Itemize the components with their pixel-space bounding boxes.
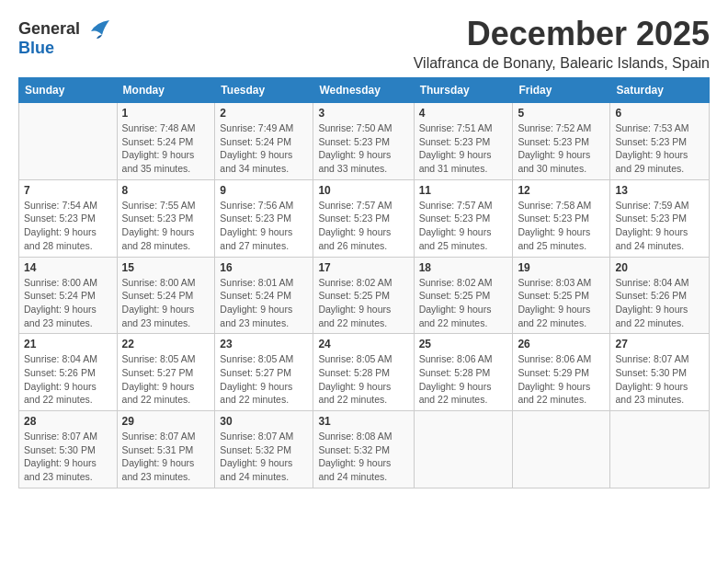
week-row-1: 1Sunrise: 7:48 AM Sunset: 5:24 PM Daylig… — [19, 103, 710, 180]
column-header-saturday: Saturday — [610, 78, 710, 103]
calendar-cell: 14Sunrise: 8:00 AM Sunset: 5:24 PM Dayli… — [19, 257, 118, 334]
calendar-cell: 11Sunrise: 7:57 AM Sunset: 5:23 PM Dayli… — [414, 179, 513, 257]
column-header-thursday: Thursday — [414, 78, 513, 103]
calendar-cell: 4Sunrise: 7:51 AM Sunset: 5:23 PM Daylig… — [414, 103, 513, 180]
cell-info: Sunrise: 7:50 AM Sunset: 5:23 PM Dayligh… — [318, 121, 408, 176]
calendar-cell: 10Sunrise: 7:57 AM Sunset: 5:23 PM Dayli… — [313, 179, 414, 257]
calendar-cell: 13Sunrise: 7:59 AM Sunset: 5:23 PM Dayli… — [610, 179, 710, 257]
calendar-cell: 20Sunrise: 8:04 AM Sunset: 5:26 PM Dayli… — [610, 257, 710, 334]
day-number: 28 — [24, 415, 112, 428]
calendar-cell: 6Sunrise: 7:53 AM Sunset: 5:23 PM Daylig… — [610, 103, 710, 180]
cell-info: Sunrise: 8:07 AM Sunset: 5:31 PM Dayligh… — [122, 430, 210, 484]
cell-info: Sunrise: 8:07 AM Sunset: 5:32 PM Dayligh… — [220, 430, 308, 484]
day-number: 1 — [122, 107, 210, 120]
title-section: December 2025 Vilafranca de Bonany, Bale… — [414, 15, 710, 72]
calendar-cell — [414, 411, 513, 488]
calendar-cell: 29Sunrise: 8:07 AM Sunset: 5:31 PM Dayli… — [117, 411, 215, 488]
cell-info: Sunrise: 8:03 AM Sunset: 5:25 PM Dayligh… — [518, 276, 605, 330]
calendar-cell: 31Sunrise: 8:08 AM Sunset: 5:32 PM Dayli… — [313, 411, 414, 488]
calendar-table: SundayMondayTuesdayWednesdayThursdayFrid… — [18, 77, 710, 488]
day-number: 5 — [518, 107, 605, 120]
day-number: 18 — [419, 261, 508, 274]
day-number: 17 — [318, 261, 408, 274]
cell-info: Sunrise: 7:51 AM Sunset: 5:23 PM Dayligh… — [419, 121, 508, 176]
cell-info: Sunrise: 8:05 AM Sunset: 5:27 PM Dayligh… — [220, 352, 308, 407]
calendar-cell: 12Sunrise: 7:58 AM Sunset: 5:23 PM Dayli… — [513, 179, 610, 257]
logo: General Blue — [18, 18, 111, 58]
day-number: 15 — [122, 261, 210, 274]
day-number: 26 — [518, 338, 605, 350]
cell-info: Sunrise: 8:05 AM Sunset: 5:27 PM Dayligh… — [122, 352, 210, 407]
column-headers: SundayMondayTuesdayWednesdayThursdayFrid… — [19, 78, 710, 103]
cell-info: Sunrise: 8:08 AM Sunset: 5:32 PM Dayligh… — [318, 430, 408, 484]
cell-info: Sunrise: 7:56 AM Sunset: 5:23 PM Dayligh… — [220, 199, 308, 253]
calendar-cell: 3Sunrise: 7:50 AM Sunset: 5:23 PM Daylig… — [313, 103, 414, 180]
header: General Blue December 2025 Vilafranca de… — [18, 15, 710, 72]
calendar-cell: 8Sunrise: 7:55 AM Sunset: 5:23 PM Daylig… — [117, 179, 215, 257]
cell-info: Sunrise: 8:06 AM Sunset: 5:29 PM Dayligh… — [518, 352, 605, 407]
month-title: December 2025 — [414, 15, 710, 53]
cell-info: Sunrise: 8:05 AM Sunset: 5:28 PM Dayligh… — [318, 352, 408, 407]
cell-info: Sunrise: 7:58 AM Sunset: 5:23 PM Dayligh… — [518, 199, 605, 253]
calendar-cell: 27Sunrise: 8:07 AM Sunset: 5:30 PM Dayli… — [610, 334, 710, 411]
cell-info: Sunrise: 8:00 AM Sunset: 5:24 PM Dayligh… — [122, 276, 210, 330]
day-number: 4 — [419, 107, 508, 120]
cell-info: Sunrise: 7:55 AM Sunset: 5:23 PM Dayligh… — [122, 199, 210, 253]
calendar-cell — [19, 103, 118, 180]
calendar-cell: 25Sunrise: 8:06 AM Sunset: 5:28 PM Dayli… — [414, 334, 513, 411]
cell-info: Sunrise: 8:07 AM Sunset: 5:30 PM Dayligh… — [615, 352, 704, 407]
cell-info: Sunrise: 8:02 AM Sunset: 5:25 PM Dayligh… — [419, 276, 508, 330]
day-number: 3 — [318, 107, 408, 120]
day-number: 8 — [122, 184, 210, 197]
cell-info: Sunrise: 7:54 AM Sunset: 5:23 PM Dayligh… — [24, 199, 112, 253]
cell-info: Sunrise: 8:01 AM Sunset: 5:24 PM Dayligh… — [220, 276, 308, 330]
column-header-wednesday: Wednesday — [313, 78, 414, 103]
cell-info: Sunrise: 8:04 AM Sunset: 5:26 PM Dayligh… — [615, 276, 704, 330]
calendar-cell: 24Sunrise: 8:05 AM Sunset: 5:28 PM Dayli… — [313, 334, 414, 411]
day-number: 31 — [318, 415, 408, 428]
day-number: 13 — [615, 184, 704, 197]
cell-info: Sunrise: 8:04 AM Sunset: 5:26 PM Dayligh… — [24, 352, 112, 407]
logo-general-text: General — [18, 19, 80, 39]
calendar-cell: 21Sunrise: 8:04 AM Sunset: 5:26 PM Dayli… — [19, 334, 118, 411]
cell-info: Sunrise: 8:00 AM Sunset: 5:24 PM Dayligh… — [24, 276, 112, 330]
week-row-3: 14Sunrise: 8:00 AM Sunset: 5:24 PM Dayli… — [19, 257, 710, 334]
calendar-cell: 19Sunrise: 8:03 AM Sunset: 5:25 PM Dayli… — [513, 257, 610, 334]
calendar-cell: 16Sunrise: 8:01 AM Sunset: 5:24 PM Dayli… — [215, 257, 313, 334]
day-number: 2 — [220, 107, 308, 120]
calendar-cell — [513, 411, 610, 488]
day-number: 30 — [220, 415, 308, 428]
day-number: 19 — [518, 261, 605, 274]
calendar-cell: 9Sunrise: 7:56 AM Sunset: 5:23 PM Daylig… — [215, 179, 313, 257]
cell-info: Sunrise: 7:57 AM Sunset: 5:23 PM Dayligh… — [318, 199, 408, 253]
day-number: 23 — [220, 338, 308, 350]
calendar-cell — [610, 411, 710, 488]
calendar-cell: 15Sunrise: 8:00 AM Sunset: 5:24 PM Dayli… — [117, 257, 215, 334]
day-number: 16 — [220, 261, 308, 274]
calendar-cell: 26Sunrise: 8:06 AM Sunset: 5:29 PM Dayli… — [513, 334, 610, 411]
day-number: 7 — [24, 184, 112, 197]
page-container: General Blue December 2025 Vilafranca de… — [0, 0, 728, 498]
day-number: 22 — [122, 338, 210, 350]
column-header-monday: Monday — [117, 78, 215, 103]
calendar-cell: 23Sunrise: 8:05 AM Sunset: 5:27 PM Dayli… — [215, 334, 313, 411]
calendar-cell: 2Sunrise: 7:49 AM Sunset: 5:24 PM Daylig… — [215, 103, 313, 180]
calendar-cell: 28Sunrise: 8:07 AM Sunset: 5:30 PM Dayli… — [19, 411, 118, 488]
day-number: 21 — [24, 338, 112, 350]
cell-info: Sunrise: 7:52 AM Sunset: 5:23 PM Dayligh… — [518, 121, 605, 176]
cell-info: Sunrise: 8:02 AM Sunset: 5:25 PM Dayligh… — [318, 276, 408, 330]
logo-bird-icon — [84, 18, 111, 39]
day-number: 11 — [419, 184, 508, 197]
cell-info: Sunrise: 8:06 AM Sunset: 5:28 PM Dayligh… — [419, 352, 508, 407]
calendar-cell: 5Sunrise: 7:52 AM Sunset: 5:23 PM Daylig… — [513, 103, 610, 180]
calendar-cell: 17Sunrise: 8:02 AM Sunset: 5:25 PM Dayli… — [313, 257, 414, 334]
day-number: 10 — [318, 184, 408, 197]
day-number: 9 — [220, 184, 308, 197]
week-row-4: 21Sunrise: 8:04 AM Sunset: 5:26 PM Dayli… — [19, 334, 710, 411]
day-number: 25 — [419, 338, 508, 350]
calendar-cell: 1Sunrise: 7:48 AM Sunset: 5:24 PM Daylig… — [117, 103, 215, 180]
cell-info: Sunrise: 8:07 AM Sunset: 5:30 PM Dayligh… — [24, 430, 112, 484]
cell-info: Sunrise: 7:48 AM Sunset: 5:24 PM Dayligh… — [122, 121, 210, 176]
calendar-cell: 22Sunrise: 8:05 AM Sunset: 5:27 PM Dayli… — [117, 334, 215, 411]
logo-blue-text: Blue — [18, 39, 54, 58]
